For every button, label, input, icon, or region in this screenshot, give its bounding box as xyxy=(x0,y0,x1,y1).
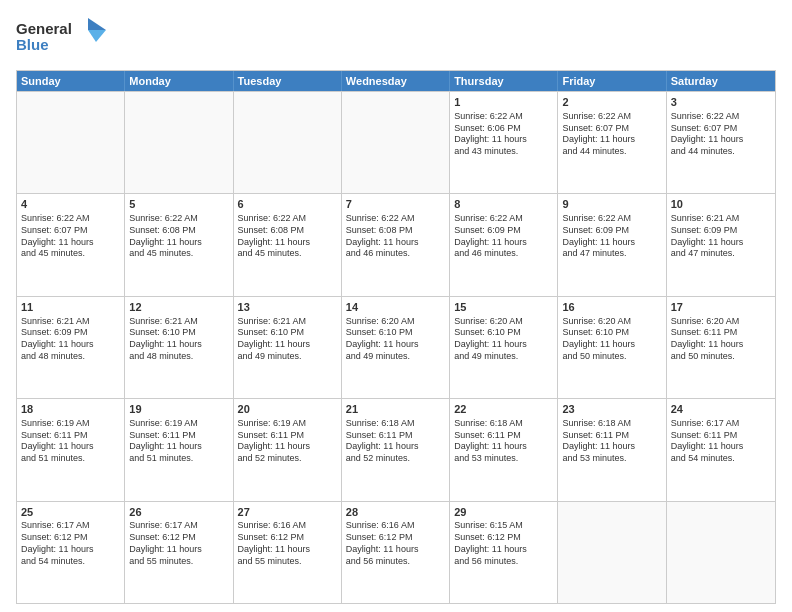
week-row-4: 25Sunrise: 6:17 AM Sunset: 6:12 PM Dayli… xyxy=(17,501,775,603)
day-number: 18 xyxy=(21,402,120,417)
cal-cell: 16Sunrise: 6:20 AM Sunset: 6:10 PM Dayli… xyxy=(558,297,666,398)
day-number: 12 xyxy=(129,300,228,315)
calendar: SundayMondayTuesdayWednesdayThursdayFrid… xyxy=(16,70,776,604)
cell-info: Sunrise: 6:19 AM Sunset: 6:11 PM Dayligh… xyxy=(129,418,228,465)
day-number: 11 xyxy=(21,300,120,315)
cal-cell: 24Sunrise: 6:17 AM Sunset: 6:11 PM Dayli… xyxy=(667,399,775,500)
logo-content: General Blue xyxy=(16,16,106,64)
cell-info: Sunrise: 6:17 AM Sunset: 6:12 PM Dayligh… xyxy=(21,520,120,567)
cal-cell: 5Sunrise: 6:22 AM Sunset: 6:08 PM Daylig… xyxy=(125,194,233,295)
cell-info: Sunrise: 6:21 AM Sunset: 6:09 PM Dayligh… xyxy=(671,213,771,260)
header-day-friday: Friday xyxy=(558,71,666,91)
day-number: 5 xyxy=(129,197,228,212)
day-number: 26 xyxy=(129,505,228,520)
cal-cell: 11Sunrise: 6:21 AM Sunset: 6:09 PM Dayli… xyxy=(17,297,125,398)
logo: General Blue xyxy=(16,16,106,64)
cell-info: Sunrise: 6:17 AM Sunset: 6:12 PM Dayligh… xyxy=(129,520,228,567)
day-number: 1 xyxy=(454,95,553,110)
day-number: 21 xyxy=(346,402,445,417)
cell-info: Sunrise: 6:22 AM Sunset: 6:07 PM Dayligh… xyxy=(671,111,771,158)
calendar-body: 1Sunrise: 6:22 AM Sunset: 6:06 PM Daylig… xyxy=(17,91,775,603)
svg-text:General: General xyxy=(16,20,72,37)
cell-info: Sunrise: 6:15 AM Sunset: 6:12 PM Dayligh… xyxy=(454,520,553,567)
day-number: 14 xyxy=(346,300,445,315)
day-number: 17 xyxy=(671,300,771,315)
cal-cell: 17Sunrise: 6:20 AM Sunset: 6:11 PM Dayli… xyxy=(667,297,775,398)
cal-cell: 12Sunrise: 6:21 AM Sunset: 6:10 PM Dayli… xyxy=(125,297,233,398)
day-number: 24 xyxy=(671,402,771,417)
week-row-2: 11Sunrise: 6:21 AM Sunset: 6:09 PM Dayli… xyxy=(17,296,775,398)
svg-text:Blue: Blue xyxy=(16,36,49,53)
day-number: 25 xyxy=(21,505,120,520)
day-number: 16 xyxy=(562,300,661,315)
week-row-1: 4Sunrise: 6:22 AM Sunset: 6:07 PM Daylig… xyxy=(17,193,775,295)
day-number: 29 xyxy=(454,505,553,520)
cell-info: Sunrise: 6:19 AM Sunset: 6:11 PM Dayligh… xyxy=(238,418,337,465)
cell-info: Sunrise: 6:22 AM Sunset: 6:06 PM Dayligh… xyxy=(454,111,553,158)
cell-info: Sunrise: 6:22 AM Sunset: 6:08 PM Dayligh… xyxy=(129,213,228,260)
day-number: 10 xyxy=(671,197,771,212)
cal-cell xyxy=(667,502,775,603)
cell-info: Sunrise: 6:22 AM Sunset: 6:09 PM Dayligh… xyxy=(454,213,553,260)
cell-info: Sunrise: 6:20 AM Sunset: 6:11 PM Dayligh… xyxy=(671,316,771,363)
cal-cell: 1Sunrise: 6:22 AM Sunset: 6:06 PM Daylig… xyxy=(450,92,558,193)
cell-info: Sunrise: 6:18 AM Sunset: 6:11 PM Dayligh… xyxy=(562,418,661,465)
cell-info: Sunrise: 6:21 AM Sunset: 6:10 PM Dayligh… xyxy=(129,316,228,363)
cal-cell: 28Sunrise: 6:16 AM Sunset: 6:12 PM Dayli… xyxy=(342,502,450,603)
cal-cell: 19Sunrise: 6:19 AM Sunset: 6:11 PM Dayli… xyxy=(125,399,233,500)
cal-cell: 8Sunrise: 6:22 AM Sunset: 6:09 PM Daylig… xyxy=(450,194,558,295)
cal-cell xyxy=(125,92,233,193)
day-number: 13 xyxy=(238,300,337,315)
cal-cell: 22Sunrise: 6:18 AM Sunset: 6:11 PM Dayli… xyxy=(450,399,558,500)
day-number: 15 xyxy=(454,300,553,315)
day-number: 8 xyxy=(454,197,553,212)
cell-info: Sunrise: 6:22 AM Sunset: 6:09 PM Dayligh… xyxy=(562,213,661,260)
cal-cell: 23Sunrise: 6:18 AM Sunset: 6:11 PM Dayli… xyxy=(558,399,666,500)
cal-cell: 20Sunrise: 6:19 AM Sunset: 6:11 PM Dayli… xyxy=(234,399,342,500)
cal-cell: 14Sunrise: 6:20 AM Sunset: 6:10 PM Dayli… xyxy=(342,297,450,398)
cell-info: Sunrise: 6:18 AM Sunset: 6:11 PM Dayligh… xyxy=(346,418,445,465)
day-number: 9 xyxy=(562,197,661,212)
cell-info: Sunrise: 6:21 AM Sunset: 6:09 PM Dayligh… xyxy=(21,316,120,363)
cal-cell: 27Sunrise: 6:16 AM Sunset: 6:12 PM Dayli… xyxy=(234,502,342,603)
day-number: 2 xyxy=(562,95,661,110)
cell-info: Sunrise: 6:21 AM Sunset: 6:10 PM Dayligh… xyxy=(238,316,337,363)
svg-marker-3 xyxy=(88,30,106,42)
cell-info: Sunrise: 6:16 AM Sunset: 6:12 PM Dayligh… xyxy=(346,520,445,567)
day-number: 7 xyxy=(346,197,445,212)
cal-cell: 7Sunrise: 6:22 AM Sunset: 6:08 PM Daylig… xyxy=(342,194,450,295)
cal-cell xyxy=(17,92,125,193)
header-day-monday: Monday xyxy=(125,71,233,91)
day-number: 4 xyxy=(21,197,120,212)
logo-svg: General Blue xyxy=(16,16,106,60)
cell-info: Sunrise: 6:17 AM Sunset: 6:11 PM Dayligh… xyxy=(671,418,771,465)
header-day-tuesday: Tuesday xyxy=(234,71,342,91)
day-number: 20 xyxy=(238,402,337,417)
header-day-saturday: Saturday xyxy=(667,71,775,91)
cell-info: Sunrise: 6:22 AM Sunset: 6:08 PM Dayligh… xyxy=(238,213,337,260)
cell-info: Sunrise: 6:22 AM Sunset: 6:08 PM Dayligh… xyxy=(346,213,445,260)
cell-info: Sunrise: 6:16 AM Sunset: 6:12 PM Dayligh… xyxy=(238,520,337,567)
cal-cell: 21Sunrise: 6:18 AM Sunset: 6:11 PM Dayli… xyxy=(342,399,450,500)
cal-cell: 4Sunrise: 6:22 AM Sunset: 6:07 PM Daylig… xyxy=(17,194,125,295)
cell-info: Sunrise: 6:20 AM Sunset: 6:10 PM Dayligh… xyxy=(346,316,445,363)
day-number: 3 xyxy=(671,95,771,110)
cell-info: Sunrise: 6:18 AM Sunset: 6:11 PM Dayligh… xyxy=(454,418,553,465)
week-row-3: 18Sunrise: 6:19 AM Sunset: 6:11 PM Dayli… xyxy=(17,398,775,500)
day-number: 27 xyxy=(238,505,337,520)
day-number: 19 xyxy=(129,402,228,417)
day-number: 22 xyxy=(454,402,553,417)
day-number: 23 xyxy=(562,402,661,417)
day-number: 28 xyxy=(346,505,445,520)
cell-info: Sunrise: 6:20 AM Sunset: 6:10 PM Dayligh… xyxy=(454,316,553,363)
cal-cell xyxy=(342,92,450,193)
cell-info: Sunrise: 6:22 AM Sunset: 6:07 PM Dayligh… xyxy=(21,213,120,260)
calendar-header: SundayMondayTuesdayWednesdayThursdayFrid… xyxy=(17,71,775,91)
header-day-thursday: Thursday xyxy=(450,71,558,91)
cal-cell: 29Sunrise: 6:15 AM Sunset: 6:12 PM Dayli… xyxy=(450,502,558,603)
cal-cell: 6Sunrise: 6:22 AM Sunset: 6:08 PM Daylig… xyxy=(234,194,342,295)
header-day-wednesday: Wednesday xyxy=(342,71,450,91)
cell-info: Sunrise: 6:19 AM Sunset: 6:11 PM Dayligh… xyxy=(21,418,120,465)
cal-cell: 13Sunrise: 6:21 AM Sunset: 6:10 PM Dayli… xyxy=(234,297,342,398)
page: General Blue SundayMondayTuesdayWednesda… xyxy=(0,0,792,612)
